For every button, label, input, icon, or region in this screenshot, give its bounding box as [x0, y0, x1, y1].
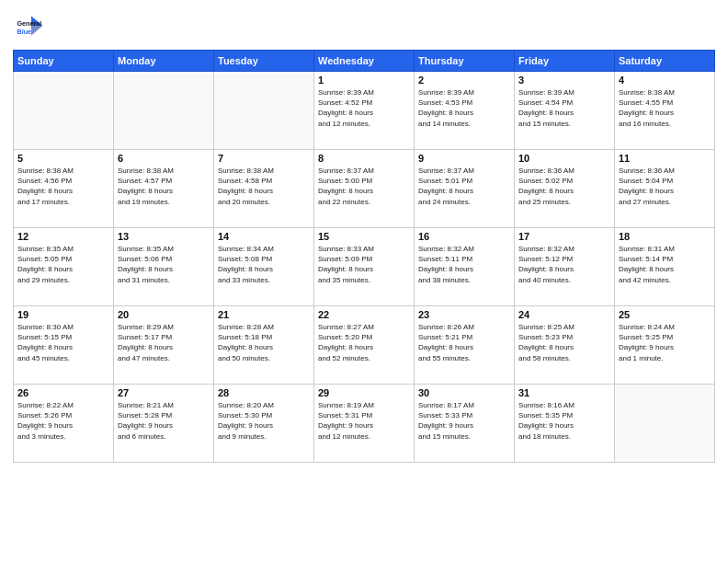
day-info: Sunrise: 8:25 AM Sunset: 5:23 PM Dayligh…	[518, 322, 610, 363]
day-info: Sunrise: 8:39 AM Sunset: 4:53 PM Dayligh…	[418, 87, 510, 129]
day-number: 13	[118, 231, 210, 242]
day-number: 21	[218, 309, 310, 320]
weekday-header-wednesday: Wednesday	[314, 51, 415, 72]
day-info: Sunrise: 8:16 AM Sunset: 5:35 PM Dayligh…	[518, 400, 610, 442]
day-number: 9	[418, 153, 510, 164]
calendar-cell: 27Sunrise: 8:21 AM Sunset: 5:28 PM Dayli…	[114, 385, 214, 463]
calendar-cell: 31Sunrise: 8:16 AM Sunset: 5:35 PM Dayli…	[515, 385, 615, 463]
calendar-cell: 26Sunrise: 8:22 AM Sunset: 5:26 PM Dayli…	[14, 385, 114, 463]
weekday-header-monday: Monday	[114, 51, 214, 72]
calendar-cell: 7Sunrise: 8:38 AM Sunset: 4:58 PM Daylig…	[214, 150, 314, 228]
day-info: Sunrise: 8:38 AM Sunset: 4:58 PM Dayligh…	[218, 166, 310, 207]
weekday-header-friday: Friday	[515, 51, 615, 72]
day-info: Sunrise: 8:28 AM Sunset: 5:18 PM Dayligh…	[218, 322, 310, 363]
svg-text:Blue: Blue	[17, 28, 32, 36]
calendar-cell: 30Sunrise: 8:17 AM Sunset: 5:33 PM Dayli…	[415, 385, 515, 463]
day-number: 19	[17, 309, 109, 320]
svg-text:General: General	[17, 19, 42, 28]
day-number: 3	[518, 75, 610, 86]
calendar-cell: 1Sunrise: 8:39 AM Sunset: 4:52 PM Daylig…	[314, 72, 415, 150]
day-info: Sunrise: 8:32 AM Sunset: 5:12 PM Dayligh…	[518, 244, 610, 285]
calendar-cell	[214, 72, 314, 150]
calendar-cell: 29Sunrise: 8:19 AM Sunset: 5:31 PM Dayli…	[314, 385, 415, 463]
day-number: 7	[218, 153, 310, 164]
calendar-cell: 28Sunrise: 8:20 AM Sunset: 5:30 PM Dayli…	[214, 385, 314, 463]
calendar-cell: 6Sunrise: 8:38 AM Sunset: 4:57 PM Daylig…	[114, 150, 214, 228]
day-info: Sunrise: 8:22 AM Sunset: 5:26 PM Dayligh…	[17, 400, 109, 442]
day-info: Sunrise: 8:27 AM Sunset: 5:20 PM Dayligh…	[318, 322, 410, 363]
day-info: Sunrise: 8:24 AM Sunset: 5:25 PM Dayligh…	[619, 322, 711, 363]
page: General Blue SundayMondayTuesdayWednesda…	[0, 0, 728, 563]
week-row-1: 5Sunrise: 8:38 AM Sunset: 4:56 PM Daylig…	[14, 150, 715, 228]
day-info: Sunrise: 8:37 AM Sunset: 5:00 PM Dayligh…	[318, 166, 410, 207]
day-number: 15	[318, 231, 410, 242]
day-info: Sunrise: 8:32 AM Sunset: 5:11 PM Dayligh…	[418, 244, 510, 285]
calendar-cell: 4Sunrise: 8:38 AM Sunset: 4:55 PM Daylig…	[615, 72, 715, 150]
day-number: 11	[619, 153, 711, 164]
day-number: 29	[318, 387, 410, 398]
day-info: Sunrise: 8:39 AM Sunset: 4:52 PM Dayligh…	[318, 87, 410, 129]
day-info: Sunrise: 8:19 AM Sunset: 5:31 PM Dayligh…	[318, 400, 410, 442]
calendar-cell: 2Sunrise: 8:39 AM Sunset: 4:53 PM Daylig…	[415, 72, 515, 150]
day-number: 1	[318, 75, 410, 86]
calendar-cell: 12Sunrise: 8:35 AM Sunset: 5:05 PM Dayli…	[14, 228, 114, 306]
calendar-cell: 3Sunrise: 8:39 AM Sunset: 4:54 PM Daylig…	[515, 72, 615, 150]
day-info: Sunrise: 8:38 AM Sunset: 4:57 PM Dayligh…	[118, 166, 210, 207]
calendar-cell	[14, 72, 114, 150]
calendar-cell: 19Sunrise: 8:30 AM Sunset: 5:15 PM Dayli…	[14, 306, 114, 385]
day-number: 14	[218, 231, 310, 242]
day-info: Sunrise: 8:31 AM Sunset: 5:14 PM Dayligh…	[619, 244, 711, 285]
day-info: Sunrise: 8:36 AM Sunset: 5:04 PM Dayligh…	[619, 166, 711, 207]
weekday-header-thursday: Thursday	[415, 51, 515, 72]
calendar-cell: 21Sunrise: 8:28 AM Sunset: 5:18 PM Dayli…	[214, 306, 314, 385]
day-info: Sunrise: 8:35 AM Sunset: 5:06 PM Dayligh…	[118, 244, 210, 285]
week-row-3: 19Sunrise: 8:30 AM Sunset: 5:15 PM Dayli…	[14, 306, 715, 385]
day-info: Sunrise: 8:21 AM Sunset: 5:28 PM Dayligh…	[118, 400, 210, 442]
calendar-cell: 8Sunrise: 8:37 AM Sunset: 5:00 PM Daylig…	[314, 150, 415, 228]
calendar-cell: 25Sunrise: 8:24 AM Sunset: 5:25 PM Dayli…	[615, 306, 715, 385]
weekday-header-sunday: Sunday	[14, 51, 114, 72]
calendar-cell: 11Sunrise: 8:36 AM Sunset: 5:04 PM Dayli…	[615, 150, 715, 228]
calendar-cell: 9Sunrise: 8:37 AM Sunset: 5:01 PM Daylig…	[415, 150, 515, 228]
day-number: 28	[218, 387, 310, 398]
day-info: Sunrise: 8:29 AM Sunset: 5:17 PM Dayligh…	[118, 322, 210, 363]
day-number: 4	[619, 75, 711, 86]
day-info: Sunrise: 8:39 AM Sunset: 4:54 PM Dayligh…	[518, 87, 610, 129]
day-number: 10	[518, 153, 610, 164]
day-number: 5	[17, 153, 109, 164]
day-number: 26	[17, 387, 109, 398]
weekday-header-tuesday: Tuesday	[214, 51, 314, 72]
calendar-cell: 18Sunrise: 8:31 AM Sunset: 5:14 PM Dayli…	[615, 228, 715, 306]
calendar-cell: 13Sunrise: 8:35 AM Sunset: 5:06 PM Dayli…	[114, 228, 214, 306]
week-row-2: 12Sunrise: 8:35 AM Sunset: 5:05 PM Dayli…	[14, 228, 715, 306]
calendar-cell	[615, 385, 715, 463]
calendar-header-row: SundayMondayTuesdayWednesdayThursdayFrid…	[14, 51, 715, 72]
day-number: 16	[418, 231, 510, 242]
day-info: Sunrise: 8:38 AM Sunset: 4:56 PM Dayligh…	[17, 166, 109, 207]
calendar-cell: 20Sunrise: 8:29 AM Sunset: 5:17 PM Dayli…	[114, 306, 214, 385]
day-number: 27	[118, 387, 210, 398]
calendar-cell: 16Sunrise: 8:32 AM Sunset: 5:11 PM Dayli…	[415, 228, 515, 306]
day-number: 17	[518, 231, 610, 242]
day-number: 18	[619, 231, 711, 242]
calendar-cell	[114, 72, 214, 150]
calendar-cell: 10Sunrise: 8:36 AM Sunset: 5:02 PM Dayli…	[515, 150, 615, 228]
day-number: 24	[518, 309, 610, 320]
day-number: 31	[518, 387, 610, 398]
logo-icon: General Blue	[13, 9, 46, 42]
calendar-cell: 5Sunrise: 8:38 AM Sunset: 4:56 PM Daylig…	[14, 150, 114, 228]
week-row-4: 26Sunrise: 8:22 AM Sunset: 5:26 PM Dayli…	[14, 385, 715, 463]
day-number: 12	[17, 231, 109, 242]
weekday-header-saturday: Saturday	[615, 51, 715, 72]
day-info: Sunrise: 8:34 AM Sunset: 5:08 PM Dayligh…	[218, 244, 310, 285]
day-number: 23	[418, 309, 510, 320]
calendar-cell: 15Sunrise: 8:33 AM Sunset: 5:09 PM Dayli…	[314, 228, 415, 306]
day-info: Sunrise: 8:35 AM Sunset: 5:05 PM Dayligh…	[17, 244, 109, 285]
week-row-0: 1Sunrise: 8:39 AM Sunset: 4:52 PM Daylig…	[14, 72, 715, 150]
day-info: Sunrise: 8:20 AM Sunset: 5:30 PM Dayligh…	[218, 400, 310, 442]
calendar-cell: 14Sunrise: 8:34 AM Sunset: 5:08 PM Dayli…	[214, 228, 314, 306]
day-number: 30	[418, 387, 510, 398]
logo: General Blue	[13, 9, 46, 42]
day-number: 20	[118, 309, 210, 320]
day-info: Sunrise: 8:38 AM Sunset: 4:55 PM Dayligh…	[619, 87, 711, 129]
